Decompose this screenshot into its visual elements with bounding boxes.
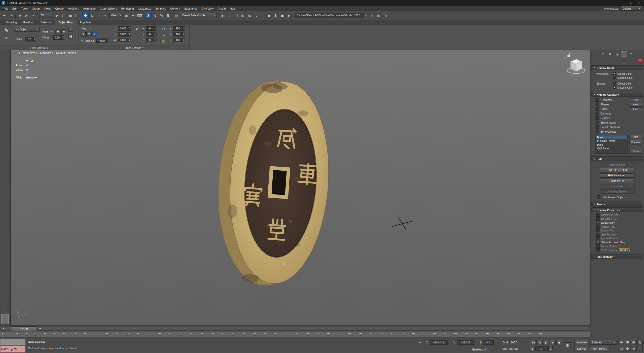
add-button[interactable]: Add (629, 135, 642, 139)
display-property-checkbox[interactable] (596, 233, 600, 237)
toggle-layer-explorer-icon[interactable]: ▥ (239, 12, 246, 19)
menu-item[interactable]: Scripting (153, 6, 168, 11)
menu-item[interactable]: Modifiers (66, 6, 81, 11)
previous-key-button[interactable]: ◀ (530, 346, 534, 351)
display-property-checkbox[interactable] (596, 225, 600, 229)
maximize-button[interactable]: □ (628, 1, 635, 5)
undo-icon[interactable]: ↶ (1, 12, 8, 19)
window-crossing-toggle-icon[interactable]: ◫ (74, 12, 80, 19)
random-color-icon[interactable]: ▨ (161, 38, 166, 44)
render-setup-icon[interactable]: ✱ (272, 12, 279, 19)
unlink-selection-icon[interactable]: ⊘ (23, 12, 29, 19)
field-of-view-icon[interactable]: ◎ (637, 340, 643, 345)
menu-item[interactable]: Create (53, 6, 66, 11)
list-item[interactable]: IK Chain Object (596, 139, 627, 143)
offset-spinner[interactable]: 0.00 ▴▾ (53, 35, 64, 40)
add-time-tag[interactable]: Add Time Tag (502, 347, 518, 350)
hide-action-button[interactable]: Hide Unselected (600, 168, 635, 172)
wireframe-material-color-radio[interactable] (613, 76, 616, 79)
category-side-button[interactable]: All (630, 98, 642, 102)
key-filter-selected-dropdown[interactable]: Selected ▾ (590, 340, 617, 345)
spinner-arrows-icon[interactable]: ▴▾ (182, 27, 185, 30)
select-and-place-icon[interactable]: ⌖ (102, 12, 109, 19)
time-slider-track[interactable] (1, 327, 589, 331)
list-item[interactable]: Bone (596, 135, 627, 139)
object-paint-brush-icon[interactable]: ✎ (3, 26, 11, 34)
shaded-button[interactable]: Shaded (619, 248, 629, 252)
menu-item[interactable]: Edit (10, 6, 19, 11)
spinner-arrows-icon[interactable]: ▴▾ (33, 37, 36, 41)
go-to-start-button[interactable]: ◀◀ (530, 340, 536, 345)
category-side-button[interactable]: Invert (630, 107, 642, 111)
category-checkbox[interactable] (596, 116, 599, 120)
hide-action-button[interactable]: Hide by Name... (600, 173, 635, 178)
display-tab-icon[interactable]: ▭ (621, 51, 627, 57)
utilities-tab-icon[interactable]: ✶ (628, 51, 634, 57)
scatter-spinner[interactable]: 0.000 ▴▾ (118, 26, 131, 31)
ribbon-tab[interactable]: Populate (77, 20, 94, 25)
vertex-colors-checkbox[interactable] (596, 248, 600, 252)
close-button[interactable]: ✕ (635, 1, 642, 5)
project-path-field[interactable]: C:\Users\Kennt-PC\OneDrive\Documents\3ds… (295, 13, 364, 18)
spinner-arrows-icon[interactable]: ▴▾ (182, 32, 185, 36)
chevron-down-icon[interactable]: ▾ (90, 27, 91, 29)
reference-coordinate-dropdown[interactable]: View ▾ (109, 13, 122, 18)
select-and-move-icon[interactable]: ✥ (82, 12, 89, 19)
mini-curve-editor-button[interactable]: ∿ (1, 332, 4, 336)
menu-item[interactable]: Help (228, 6, 238, 11)
menu-item[interactable]: Animation (81, 6, 98, 11)
z-coordinate-field[interactable]: 0.0 (483, 340, 493, 345)
scale-spinner[interactable]: 100 ▴▾ (173, 26, 185, 31)
hide-action-button[interactable]: Unhide by Name... (600, 189, 635, 194)
ribbon-tab[interactable]: Freeform (20, 20, 38, 25)
menu-item[interactable]: Rendering (119, 6, 136, 11)
viewport-label[interactable]: [ Default Shading ] (55, 51, 78, 54)
modify-tab-icon[interactable]: ∿ (600, 51, 606, 57)
ribbon-tab[interactable]: Selection (38, 20, 55, 25)
pan-icon[interactable]: ✥ (625, 346, 630, 351)
spinner-arrows-icon[interactable]: ▴▾ (154, 32, 156, 36)
spinner-arrows-icon[interactable]: ▴▾ (128, 32, 131, 36)
viewport-label[interactable]: [ Standard ] (39, 51, 53, 54)
next-frame-button[interactable]: ▶ (550, 340, 556, 345)
link-display-rollout-header[interactable]: ► Link Display (591, 254, 643, 259)
hide-action-button[interactable]: Unhide All (600, 184, 635, 188)
none-button[interactable]: None (629, 149, 642, 153)
menu-item[interactable]: Graph Editors (98, 6, 119, 11)
spinner-arrows-icon[interactable]: ▴▾ (128, 38, 131, 42)
wireframe-object-color-radio[interactable] (613, 72, 616, 75)
scatter-spinner[interactable]: 0.000 ▴▾ (118, 32, 131, 36)
viewport-layout-tab[interactable] (1, 314, 9, 324)
angle-snap-toggle-icon[interactable]: ∢ (152, 12, 158, 19)
display-property-checkbox[interactable] (596, 237, 600, 240)
spinner-arrows-icon[interactable]: ▴▾ (154, 27, 156, 30)
ribbon-tab[interactable]: Object Paint (55, 20, 77, 25)
align-icon[interactable]: ≡ (226, 12, 233, 19)
snaps-toggle-icon[interactable]: 3 (145, 12, 152, 19)
maximize-viewport-toggle-icon[interactable]: ▢ (637, 346, 643, 351)
use-pivot-point-center-icon[interactable]: ◎ (123, 12, 130, 19)
material-editor-icon[interactable]: ◉ (266, 12, 272, 19)
go-to-end-button[interactable]: ▶▶ (556, 340, 562, 345)
hide-by-category-rollout-header[interactable]: ▼ Hide by Category (591, 92, 643, 97)
menu-item[interactable]: Customize (136, 6, 153, 11)
previous-frame-arrow[interactable]: ◄ (3, 327, 5, 330)
track-bar[interactable]: ∿ 02468101214161820222426283032343638404… (0, 331, 590, 338)
scale-spinner[interactable]: 100 ▴▾ (173, 32, 185, 36)
category-checkbox[interactable] (596, 103, 599, 106)
random-rotation-icon[interactable]: ↻ (134, 26, 139, 31)
mirror-icon[interactable]: ◧ (220, 12, 226, 19)
object-color-swatch[interactable] (637, 59, 642, 63)
remove-button[interactable]: Remove (629, 140, 642, 144)
menu-item[interactable]: Substance (182, 6, 199, 11)
freeze-rollout-header[interactable]: ► Freeze (591, 202, 643, 207)
expand-arrow-icon[interactable]: ▸ (3, 306, 4, 309)
select-and-manipulate-icon[interactable]: ✛ (130, 12, 136, 19)
paint-on-grid-icon[interactable]: ⊞ (61, 29, 66, 34)
bind-to-space-warp-icon[interactable]: ≈ (29, 12, 36, 19)
display-properties-rollout-header[interactable]: ▼ Display Properties (591, 207, 643, 212)
rendered-frame-window-icon[interactable]: ▣ (279, 12, 285, 19)
menu-item[interactable]: Civil View (199, 6, 216, 11)
minimize-button[interactable]: ─ (620, 1, 627, 5)
menu-item[interactable]: Arnold (216, 6, 228, 11)
